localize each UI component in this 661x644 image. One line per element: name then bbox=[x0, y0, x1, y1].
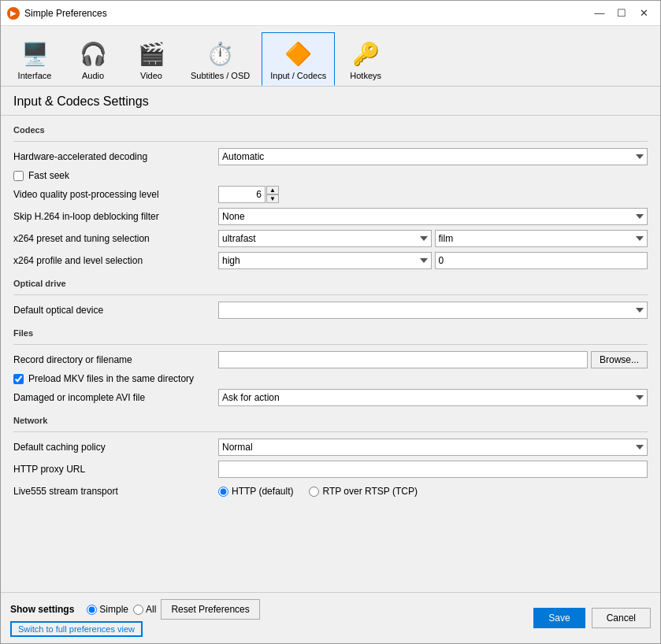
show-settings-row: Show settings Simple All Reset Preferenc… bbox=[10, 599, 260, 620]
bottom-left: Show settings Simple All Reset Preferenc… bbox=[10, 599, 260, 637]
optical-device-row: Default optical device bbox=[13, 302, 648, 319]
x264-preset-label: x264 preset and tuning selection bbox=[13, 233, 218, 244]
fast-seek-row: Fast seek bbox=[13, 170, 648, 181]
tab-video[interactable]: 🎬 Video bbox=[124, 32, 179, 86]
video-quality-control: ▲ ▼ bbox=[218, 186, 648, 203]
files-section-title: Files bbox=[13, 328, 648, 339]
preload-mkv-row: Preload MKV files in the same directory bbox=[13, 373, 648, 384]
interface-icon: 🖥️ bbox=[19, 38, 50, 69]
show-simple-radio[interactable] bbox=[87, 605, 97, 615]
spinbox-down[interactable]: ▼ bbox=[266, 194, 279, 203]
damaged-avi-select[interactable]: Ask for action Always fix Never fix Igno… bbox=[218, 389, 648, 406]
show-all-label: All bbox=[146, 604, 156, 615]
live555-label: Live555 stream transport bbox=[13, 486, 218, 497]
tab-subtitles[interactable]: ⏱️ Subtitles / OSD bbox=[182, 32, 258, 86]
live555-rtp-label: RTP over RTSP (TCP) bbox=[322, 486, 417, 497]
caching-label: Default caching policy bbox=[13, 442, 218, 453]
spinbox-up[interactable]: ▲ bbox=[266, 186, 279, 194]
show-all-radio[interactable] bbox=[133, 605, 143, 615]
x264-profile-label: x264 profile and level selection bbox=[13, 255, 218, 266]
x264-preset-dual: ultrafast superfast veryfast faster fast… bbox=[218, 230, 648, 247]
network-section-title: Network bbox=[13, 416, 648, 427]
x264-profile-control: baseline main high high10 high422 high44… bbox=[218, 252, 648, 269]
spinbox-buttons: ▲ ▼ bbox=[266, 186, 279, 203]
optical-device-select[interactable] bbox=[218, 302, 648, 319]
simple-radio-option: Simple bbox=[87, 604, 128, 615]
http-proxy-input[interactable] bbox=[218, 461, 648, 478]
video-quality-input[interactable] bbox=[218, 186, 266, 203]
close-button[interactable]: ✕ bbox=[633, 6, 654, 21]
live555-http-option: HTTP (default) bbox=[218, 486, 293, 497]
main-window: ▶ Simple Preferences — ☐ ✕ 🖥️ Interface … bbox=[0, 0, 661, 644]
tab-hotkeys[interactable]: 🔑 Hotkeys bbox=[338, 32, 393, 86]
live555-http-radio[interactable] bbox=[218, 487, 228, 497]
preload-mkv-checkbox[interactable] bbox=[13, 374, 24, 384]
page-title: Input & Codecs Settings bbox=[1, 87, 660, 116]
video-quality-row: Video quality post-processing level ▲ ▼ bbox=[13, 186, 648, 203]
optical-section: Optical drive Default optical device bbox=[13, 279, 648, 319]
damaged-avi-control: Ask for action Always fix Never fix Igno… bbox=[218, 389, 648, 406]
network-section: Network Default caching policy Normal Cu… bbox=[13, 416, 648, 500]
x264-preset-select[interactable]: ultrafast superfast veryfast faster fast… bbox=[218, 230, 432, 247]
http-proxy-label: HTTP proxy URL bbox=[13, 464, 218, 475]
caching-select[interactable]: Normal Custom Lowest latency Low latency… bbox=[218, 439, 648, 456]
save-button[interactable]: Save bbox=[533, 608, 585, 628]
window-controls: — ☐ ✕ bbox=[589, 6, 654, 21]
tab-interface[interactable]: 🖥️ Interface bbox=[7, 32, 62, 86]
switch-full-preferences-button[interactable]: Switch to full preferences view bbox=[10, 621, 143, 637]
subtitles-icon: ⏱️ bbox=[205, 38, 236, 69]
hw-decoding-row: Hardware-accelerated decoding Automatic … bbox=[13, 148, 648, 165]
hw-decoding-label: Hardware-accelerated decoding bbox=[13, 151, 218, 162]
bottom-bar: Show settings Simple All Reset Preferenc… bbox=[1, 592, 660, 643]
nav-tabs: 🖥️ Interface 🎧 Audio 🎬 Video ⏱️ Subtitle… bbox=[1, 26, 660, 87]
fast-seek-label: Fast seek bbox=[28, 170, 69, 181]
switch-link-container: Switch to full preferences view bbox=[10, 621, 260, 637]
tab-input-label: Input / Codecs bbox=[270, 71, 326, 80]
live555-rtp-radio[interactable] bbox=[309, 487, 319, 497]
hotkeys-icon: 🔑 bbox=[350, 38, 381, 69]
skip-h264-select[interactable]: None Non-ref Bidir Non-key All bbox=[218, 208, 648, 225]
x264-profile-select[interactable]: baseline main high high10 high422 high44… bbox=[218, 252, 432, 269]
tab-input[interactable]: 🔶 Input / Codecs bbox=[262, 32, 335, 86]
x264-profile-row: x264 profile and level selection baselin… bbox=[13, 252, 648, 269]
show-settings-label: Show settings bbox=[10, 604, 74, 615]
x264-preset-control: ultrafast superfast veryfast faster fast… bbox=[218, 230, 648, 247]
tab-video-label: Video bbox=[140, 71, 162, 80]
hw-decoding-select[interactable]: Automatic Disable Any DirectX Video Acce… bbox=[218, 148, 648, 165]
caching-row: Default caching policy Normal Custom Low… bbox=[13, 439, 648, 456]
http-proxy-row: HTTP proxy URL bbox=[13, 461, 648, 478]
app-icon: ▶ bbox=[7, 7, 20, 20]
browse-button[interactable]: Browse... bbox=[591, 351, 648, 368]
optical-section-title: Optical drive bbox=[13, 279, 648, 290]
minimize-button[interactable]: — bbox=[589, 6, 610, 21]
files-section: Files Record directory or filename Brows… bbox=[13, 328, 648, 406]
record-dir-input[interactable] bbox=[218, 351, 588, 368]
skip-h264-row: Skip H.264 in-loop deblocking filter Non… bbox=[13, 208, 648, 225]
fast-seek-checkbox[interactable] bbox=[13, 171, 24, 181]
maximize-button[interactable]: ☐ bbox=[611, 6, 632, 21]
caching-control: Normal Custom Lowest latency Low latency… bbox=[218, 439, 648, 456]
cancel-button[interactable]: Cancel bbox=[592, 608, 651, 628]
title-bar: ▶ Simple Preferences — ☐ ✕ bbox=[1, 1, 660, 26]
record-dir-control: Browse... bbox=[218, 351, 648, 368]
damaged-avi-row: Damaged or incomplete AVI file Ask for a… bbox=[13, 389, 648, 406]
x264-level-input[interactable] bbox=[435, 252, 648, 269]
tab-audio[interactable]: 🎧 Audio bbox=[65, 32, 121, 86]
input-icon: 🔶 bbox=[283, 38, 314, 69]
window-title: Simple Preferences bbox=[24, 8, 589, 19]
codecs-section-title: Codecs bbox=[13, 125, 648, 136]
tab-subtitles-label: Subtitles / OSD bbox=[191, 71, 250, 80]
tab-interface-label: Interface bbox=[18, 71, 52, 80]
reset-preferences-button[interactable]: Reset Preferences bbox=[161, 599, 259, 620]
video-icon: 🎬 bbox=[136, 38, 167, 69]
x264-profile-dual: baseline main high high10 high422 high44… bbox=[218, 252, 648, 269]
show-simple-label: Simple bbox=[99, 604, 128, 615]
damaged-avi-label: Damaged or incomplete AVI file bbox=[13, 392, 218, 403]
codecs-section: Codecs Hardware-accelerated decoding Aut… bbox=[13, 125, 648, 269]
live555-rtp-option: RTP over RTSP (TCP) bbox=[309, 486, 417, 497]
skip-h264-control: None Non-ref Bidir Non-key All bbox=[218, 208, 648, 225]
x264-tuning-select[interactable]: film animation grain stillimage psnr ssi… bbox=[435, 230, 648, 247]
video-quality-spinbox: ▲ ▼ bbox=[218, 186, 281, 203]
hw-decoding-control: Automatic Disable Any DirectX Video Acce… bbox=[218, 148, 648, 165]
http-proxy-control bbox=[218, 461, 648, 478]
